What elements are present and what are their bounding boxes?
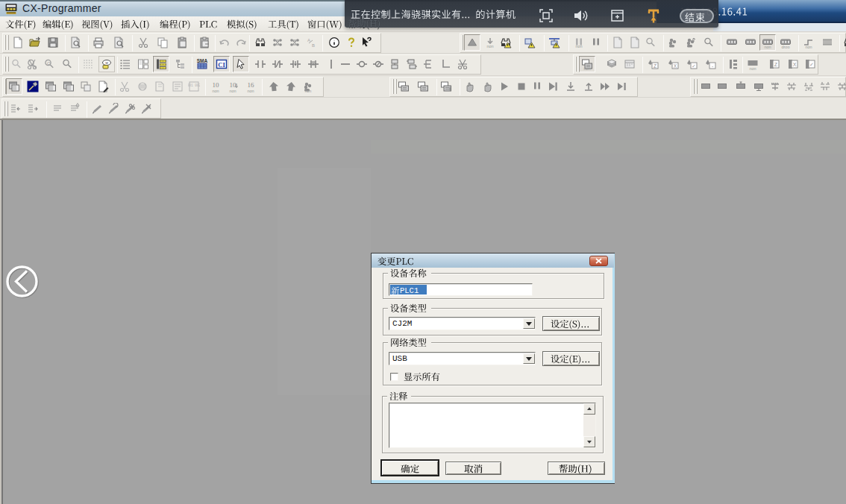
- svg-text:001 002: 001 002: [188, 84, 200, 87]
- svg-text:A: A: [307, 38, 310, 42]
- svg-text:non: non: [305, 89, 312, 93]
- svg-text:CI: CI: [218, 61, 225, 69]
- svg-text:non: non: [805, 45, 812, 49]
- svg-text:10: 10: [230, 81, 237, 89]
- svg-text:non: non: [486, 44, 493, 48]
- svg-text:non: non: [583, 66, 590, 71]
- svg-text:SMA: SMA: [197, 58, 208, 63]
- svg-text:non: non: [247, 89, 254, 93]
- svg-text:non: non: [749, 66, 756, 71]
- svg-text:16: 16: [248, 81, 255, 89]
- svg-text:10: 10: [213, 81, 220, 89]
- svg-text:B: B: [312, 43, 315, 48]
- svg-text:X: X: [674, 63, 677, 69]
- svg-text:✓: ✓: [692, 63, 695, 69]
- svg-text:X: X: [793, 62, 797, 67]
- svg-text:Z: Z: [774, 62, 778, 67]
- svg-text:-: -: [712, 63, 713, 69]
- svg-text:non: non: [229, 89, 236, 93]
- svg-text:non: non: [212, 89, 219, 93]
- svg-text:non: non: [575, 44, 582, 48]
- svg-text:✓: ✓: [809, 62, 814, 67]
- svg-text:non: non: [764, 45, 771, 49]
- svg-text:Q: Q: [47, 61, 51, 66]
- svg-text:Z: Z: [654, 63, 657, 69]
- svg-text:w: w: [105, 60, 108, 65]
- svg-text:drop: drop: [781, 45, 789, 49]
